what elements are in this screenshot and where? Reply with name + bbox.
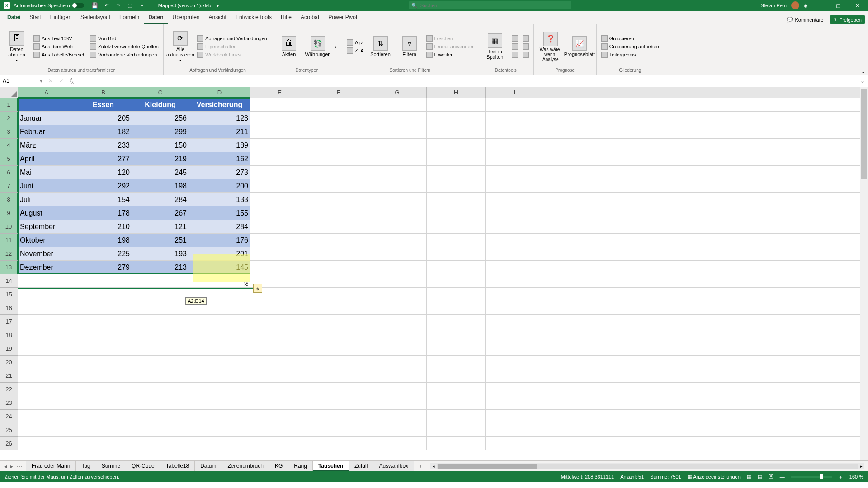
- col-header-I[interactable]: I: [486, 87, 544, 98]
- sheet-tab[interactable]: Auswahlbox: [373, 461, 414, 471]
- row-header-20[interactable]: 20: [0, 356, 18, 369]
- cell[interactable]: August: [18, 206, 75, 220]
- cell[interactable]: [368, 139, 427, 152]
- cell[interactable]: [368, 152, 427, 166]
- sheet-nav-prev[interactable]: ◂: [3, 463, 8, 469]
- cell[interactable]: [250, 220, 309, 234]
- col-header-F[interactable]: F: [309, 87, 368, 98]
- expand-formula-bar[interactable]: ⌄: [857, 78, 868, 84]
- cell[interactable]: [189, 356, 250, 369]
- cell[interactable]: Juli: [18, 193, 75, 206]
- avatar[interactable]: [791, 1, 799, 9]
- cell[interactable]: [75, 274, 132, 288]
- cell[interactable]: [309, 125, 368, 139]
- cell[interactable]: [486, 179, 544, 193]
- cell[interactable]: 162: [189, 152, 250, 166]
- cell[interactable]: [427, 98, 486, 112]
- cell[interactable]: [486, 315, 544, 328]
- cell[interactable]: [544, 220, 868, 234]
- cell[interactable]: [427, 206, 486, 220]
- row-header-22[interactable]: 22: [0, 383, 18, 396]
- cell[interactable]: [427, 410, 486, 423]
- cell[interactable]: [368, 125, 427, 139]
- cell[interactable]: [250, 125, 309, 139]
- cell[interactable]: [486, 139, 544, 152]
- cell[interactable]: [250, 315, 309, 328]
- cell[interactable]: [544, 356, 868, 369]
- ribbon-item[interactable]: Teilergebnis: [600, 51, 660, 58]
- cell[interactable]: [427, 152, 486, 166]
- sheet-tab[interactable]: Summe: [96, 461, 126, 471]
- cell[interactable]: [75, 301, 132, 315]
- cell[interactable]: [18, 301, 75, 315]
- cell[interactable]: 279: [75, 261, 132, 274]
- cell[interactable]: [132, 423, 189, 437]
- ribbon-tab-daten[interactable]: Daten: [144, 11, 168, 24]
- cell[interactable]: 121: [132, 220, 189, 234]
- cell[interactable]: [486, 193, 544, 206]
- cell[interactable]: [544, 152, 868, 166]
- cell[interactable]: 150: [132, 139, 189, 152]
- row-header-6[interactable]: 6: [0, 166, 18, 179]
- cell[interactable]: 233: [75, 139, 132, 152]
- hscroll-left[interactable]: ◂: [430, 464, 437, 469]
- horizontal-scrollbar[interactable]: ◂ ▸: [430, 463, 864, 469]
- cell[interactable]: [368, 423, 427, 437]
- cell[interactable]: [75, 410, 132, 423]
- close-button[interactable]: ✕: [850, 3, 864, 9]
- cell[interactable]: Oktober: [18, 234, 75, 247]
- ribbon-tab-seitenlayout[interactable]: Seitenlayout: [76, 11, 115, 24]
- filter-button[interactable]: ▿Filtern: [396, 26, 423, 67]
- cell[interactable]: Dezember: [18, 261, 75, 274]
- cell[interactable]: [427, 139, 486, 152]
- cell[interactable]: [368, 166, 427, 179]
- cell[interactable]: 273: [189, 166, 250, 179]
- cell[interactable]: [309, 193, 368, 206]
- cell[interactable]: [427, 356, 486, 369]
- cell[interactable]: [18, 315, 75, 328]
- cell[interactable]: [368, 383, 427, 396]
- autosave-toggle[interactable]: Automatisches Speichern: [14, 3, 84, 8]
- cell[interactable]: [309, 179, 368, 193]
- cell[interactable]: [75, 383, 132, 396]
- cell[interactable]: [427, 234, 486, 247]
- sheet-tab[interactable]: Tag: [76, 461, 96, 471]
- row-header-2[interactable]: 2: [0, 112, 18, 125]
- cell[interactable]: [250, 193, 309, 206]
- cell[interactable]: [309, 98, 368, 112]
- sheet-tab[interactable]: Datum: [195, 461, 222, 471]
- cell[interactable]: [368, 356, 427, 369]
- cell[interactable]: [427, 220, 486, 234]
- ribbon-item[interactable]: Aus Tabelle/Bereich: [33, 51, 86, 58]
- enter-icon[interactable]: ✓: [59, 78, 64, 84]
- zoom-out-button[interactable]: —: [780, 474, 785, 479]
- cell[interactable]: [250, 342, 309, 356]
- cell[interactable]: [18, 410, 75, 423]
- cell[interactable]: 284: [132, 193, 189, 206]
- cell[interactable]: November: [18, 247, 75, 261]
- cell[interactable]: [309, 396, 368, 410]
- cell[interactable]: [486, 410, 544, 423]
- cell[interactable]: [544, 247, 868, 261]
- cell[interactable]: 205: [75, 112, 132, 125]
- cell[interactable]: [189, 396, 250, 410]
- refresh-all-button[interactable]: ⟳Alle aktualisieren▾: [167, 26, 193, 67]
- data-model[interactable]: [522, 51, 530, 58]
- camera-icon[interactable]: ▢: [126, 2, 135, 9]
- cell[interactable]: [427, 112, 486, 125]
- qa-more-icon[interactable]: ▾: [137, 2, 146, 9]
- cell[interactable]: [486, 383, 544, 396]
- cell[interactable]: [18, 383, 75, 396]
- cell[interactable]: [368, 234, 427, 247]
- cell[interactable]: 225: [75, 247, 132, 261]
- cell[interactable]: 210: [75, 220, 132, 234]
- cell[interactable]: [250, 152, 309, 166]
- cell[interactable]: [544, 234, 868, 247]
- cell[interactable]: [544, 288, 868, 301]
- cell[interactable]: [486, 342, 544, 356]
- cell[interactable]: [309, 166, 368, 179]
- cell[interactable]: [132, 369, 189, 383]
- cell[interactable]: [544, 437, 868, 450]
- cell[interactable]: [132, 437, 189, 450]
- cell[interactable]: [486, 274, 544, 288]
